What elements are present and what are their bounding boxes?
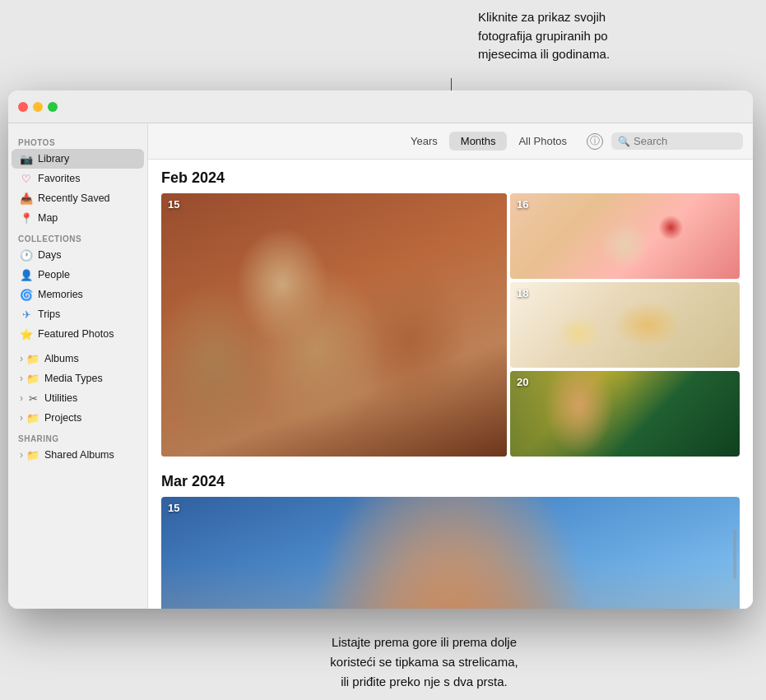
sidebar-item-memories[interactable]: 🌀 Memories — [12, 285, 144, 304]
sidebar-section-photos: Photos — [8, 132, 147, 149]
photos-grid-feb: 15 16 — [161, 193, 740, 457]
sidebar-item-library[interactable]: 📷 Library — [12, 149, 144, 169]
photo-count-mar-main: 15 — [168, 502, 179, 514]
sidebar-item-shared-albums-label: Shared Albums — [44, 449, 114, 461]
shared-albums-icon: 📁 — [26, 448, 39, 461]
photo-count-feb-1: 16 — [517, 198, 528, 211]
sidebar-item-memories-label: Memories — [38, 289, 83, 300]
map-icon: 📍 — [20, 211, 33, 225]
sidebar-item-albums[interactable]: 📁 Albums — [12, 349, 144, 369]
sidebar-item-map[interactable]: 📍 Map — [12, 208, 144, 228]
sidebar-item-projects-label: Projects — [44, 412, 81, 424]
sidebar-item-days-label: Days — [38, 249, 61, 261]
people-icon: 👤 — [20, 268, 33, 281]
sidebar-item-library-label: Library — [38, 153, 69, 165]
month-label-mar: Mar 2024 — [161, 473, 740, 490]
bottom-annotation: Listajte prema gore ili prema dolje kori… — [219, 633, 630, 692]
sidebar-item-map-label: Map — [38, 212, 58, 224]
tab-years[interactable]: Years — [399, 132, 449, 151]
search-input[interactable] — [634, 135, 732, 147]
search-icon: 🔍 — [618, 136, 630, 147]
photo-count-feb-main: 15 — [168, 198, 179, 211]
sidebar-item-days[interactable]: 🕐 Days — [12, 245, 144, 265]
sidebar-item-trips[interactable]: ✈ Trips — [12, 304, 144, 324]
photo-count-feb-3: 20 — [517, 376, 528, 388]
sidebar-item-media-types[interactable]: 📁 Media Types — [12, 369, 144, 388]
close-button[interactable] — [18, 102, 28, 112]
sidebar-item-albums-label: Albums — [44, 353, 79, 364]
sidebar-item-trips-label: Trips — [38, 308, 60, 320]
tab-months[interactable]: Months — [449, 132, 508, 151]
main-content: Years Months All Photos ⓘ 🔍 — [148, 123, 753, 609]
month-section-mar: Mar 2024 15 — [161, 473, 740, 609]
side-photo-feb-3[interactable]: 20 — [510, 371, 740, 457]
sidebar-item-media-types-label: Media Types — [44, 373, 103, 384]
main-photo-bg-feb — [161, 193, 507, 457]
side-photo-bg-feb-2 — [510, 282, 740, 368]
sidebar-item-featured-photos[interactable]: ⭐ Featured Photos — [12, 324, 144, 344]
side-photo-feb-2[interactable]: 18 — [510, 282, 740, 368]
side-photo-bg-feb-3 — [510, 371, 740, 457]
window-body: Photos 📷 Library ♡ Favorites 📥 Recently … — [8, 123, 753, 609]
heart-icon: ♡ — [20, 172, 33, 185]
toolbar: Years Months All Photos ⓘ 🔍 — [148, 123, 753, 160]
sidebar-item-recently-saved[interactable]: 📥 Recently Saved — [12, 188, 144, 208]
albums-icon: 📁 — [26, 352, 39, 365]
mac-window: Photos 📷 Library ♡ Favorites 📥 Recently … — [8, 90, 753, 609]
media-types-icon: 📁 — [26, 372, 39, 385]
toolbar-tabs: Years Months All Photos — [399, 132, 578, 151]
sidebar-section-collections: Collections — [8, 228, 147, 245]
sidebar-item-people-label: People — [38, 269, 70, 280]
maximize-button[interactable] — [48, 102, 58, 112]
recently-saved-icon: 📥 — [20, 192, 33, 205]
sidebar-item-utilities-label: Utilities — [44, 392, 77, 404]
main-photo-mar[interactable]: 15 — [161, 497, 740, 609]
sidebar-item-shared-albums[interactable]: 📁 Shared Albums — [12, 445, 144, 465]
trips-icon: ✈ — [20, 308, 33, 321]
sidebar-item-favorites[interactable]: ♡ Favorites — [12, 169, 144, 188]
traffic-lights — [18, 102, 58, 112]
search-field[interactable]: 🔍 — [611, 132, 743, 150]
memories-icon: 🌀 — [20, 288, 33, 301]
sidebar-item-recently-saved-label: Recently Saved — [38, 192, 110, 204]
side-photo-feb-1[interactable]: 16 — [510, 193, 740, 279]
sidebar-item-favorites-label: Favorites — [38, 173, 80, 184]
title-bar — [8, 90, 753, 123]
projects-icon: 📁 — [26, 411, 39, 424]
month-section-feb: Feb 2024 15 — [161, 169, 740, 457]
photo-count-feb-2: 18 — [517, 287, 528, 299]
featured-icon: ⭐ — [20, 327, 33, 341]
sidebar-section-sharing: Sharing — [8, 428, 147, 445]
library-icon: 📷 — [20, 152, 33, 165]
days-icon: 🕐 — [20, 248, 33, 262]
sidebar-item-projects[interactable]: 📁 Projects — [12, 408, 144, 428]
main-photo-feb[interactable]: 15 — [161, 193, 507, 457]
month-label-feb: Feb 2024 — [161, 169, 740, 187]
side-photo-bg-feb-1 — [510, 193, 740, 279]
main-photo-bg-mar — [161, 497, 740, 609]
utilities-icon: ✂ — [26, 392, 39, 405]
photos-grid-mar: 15 — [161, 497, 740, 609]
info-button[interactable]: ⓘ — [587, 133, 603, 150]
sidebar-item-featured-photos-label: Featured Photos — [38, 328, 114, 340]
sidebar-item-utilities[interactable]: ✂ Utilities — [12, 388, 144, 408]
top-annotation: Kliknite za prikaz svojih fotografija gr… — [478, 0, 741, 64]
minimize-button[interactable] — [33, 102, 43, 112]
sidebar: Photos 📷 Library ♡ Favorites 📥 Recently … — [8, 123, 148, 609]
tab-all-photos[interactable]: All Photos — [507, 132, 578, 151]
sidebar-item-people[interactable]: 👤 People — [12, 265, 144, 285]
photos-area[interactable]: Feb 2024 15 — [148, 160, 753, 609]
